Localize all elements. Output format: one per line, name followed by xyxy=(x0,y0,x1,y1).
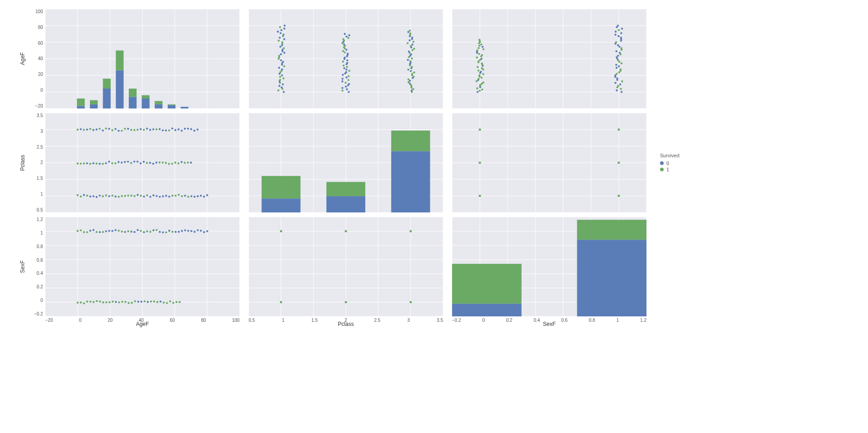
svg-point-513 xyxy=(187,230,189,231)
svg-point-251 xyxy=(614,82,616,84)
svg-point-283 xyxy=(614,33,616,35)
svg-point-569 xyxy=(280,230,282,232)
svg-point-278 xyxy=(615,41,617,43)
svg-point-481 xyxy=(86,231,88,233)
svg-point-372 xyxy=(168,163,170,165)
svg-point-458 xyxy=(479,162,481,164)
svg-point-459 xyxy=(479,128,481,131)
svg-point-397 xyxy=(130,195,132,197)
cell-2-2: −0.200.20.40.60.811.2 xyxy=(452,217,646,316)
svg-point-401 xyxy=(143,196,145,198)
svg-point-378 xyxy=(187,161,189,163)
svg-point-347 xyxy=(89,163,91,165)
svg-point-543 xyxy=(150,301,152,302)
yticks-1: 3.532.521.510.5 xyxy=(29,113,43,212)
svg-point-356 xyxy=(118,161,119,163)
svg-point-315 xyxy=(111,129,113,131)
svg-point-139 xyxy=(344,33,346,35)
svg-point-391 xyxy=(111,194,113,196)
svg-point-526 xyxy=(96,300,98,302)
svg-point-379 xyxy=(190,162,192,164)
svg-point-527 xyxy=(99,301,101,302)
svg-point-541 xyxy=(144,300,146,302)
svg-point-531 xyxy=(112,301,113,302)
svg-point-50 xyxy=(283,91,285,93)
svg-point-214 xyxy=(478,74,480,76)
svg-point-239 xyxy=(478,45,480,47)
svg-point-94 xyxy=(283,24,285,26)
svg-point-85 xyxy=(283,38,285,40)
svg-rect-437 xyxy=(262,176,301,198)
svg-point-344 xyxy=(80,163,81,165)
svg-rect-25 xyxy=(142,95,150,99)
svg-point-494 xyxy=(127,230,129,232)
svg-point-384 xyxy=(89,196,91,198)
svg-point-385 xyxy=(92,195,94,197)
svg-point-421 xyxy=(206,194,208,196)
svg-point-393 xyxy=(118,196,119,198)
svg-point-528 xyxy=(102,301,104,303)
svg-point-548 xyxy=(166,302,168,304)
svg-point-65 xyxy=(281,68,283,70)
svg-point-350 xyxy=(99,163,100,165)
svg-point-141 xyxy=(410,89,412,91)
svg-point-97 xyxy=(346,88,348,90)
svg-point-155 xyxy=(410,70,411,72)
svg-point-534 xyxy=(121,301,123,302)
svg-point-261 xyxy=(616,67,618,69)
svg-point-398 xyxy=(133,195,135,197)
svg-point-84 xyxy=(278,40,279,42)
svg-point-75 xyxy=(280,53,282,55)
svg-point-307 xyxy=(86,128,88,130)
svg-point-252 xyxy=(621,80,623,82)
svg-point-111 xyxy=(348,70,350,71)
svg-point-399 xyxy=(137,194,138,196)
svg-point-162 xyxy=(410,60,411,62)
svg-point-409 xyxy=(168,196,170,198)
svg-point-260 xyxy=(619,68,621,70)
svg-point-163 xyxy=(407,59,409,61)
svg-point-339 xyxy=(187,127,189,129)
legend-label-0: 0 xyxy=(666,160,669,166)
cell-2-1: 0.511.522.533.5 xyxy=(249,217,443,316)
svg-point-551 xyxy=(175,301,177,303)
svg-point-107 xyxy=(348,75,349,77)
svg-point-415 xyxy=(187,196,189,198)
svg-point-217 xyxy=(480,71,481,73)
svg-point-419 xyxy=(200,195,202,197)
svg-point-149 xyxy=(407,78,409,80)
svg-point-321 xyxy=(130,129,132,131)
svg-point-417 xyxy=(193,196,195,198)
svg-point-263 xyxy=(615,64,617,66)
cell-0-0: 100806040200−20 xyxy=(45,9,240,108)
svg-point-246 xyxy=(616,89,618,91)
svg-point-174 xyxy=(411,43,413,45)
svg-point-333 xyxy=(168,129,170,131)
svg-point-373 xyxy=(171,163,173,165)
svg-point-525 xyxy=(93,301,94,303)
svg-point-538 xyxy=(134,300,136,302)
svg-point-125 xyxy=(344,52,345,53)
svg-point-492 xyxy=(121,231,123,232)
svg-point-314 xyxy=(108,128,110,130)
svg-point-274 xyxy=(621,47,623,49)
svg-point-306 xyxy=(83,129,85,131)
svg-point-331 xyxy=(162,129,164,131)
svg-point-383 xyxy=(86,195,88,197)
svg-point-55 xyxy=(282,83,283,85)
svg-point-345 xyxy=(83,162,85,164)
cell-0-2 xyxy=(452,9,646,108)
svg-point-220 xyxy=(481,67,483,69)
svg-point-500 xyxy=(146,231,148,232)
svg-point-201 xyxy=(479,90,481,92)
svg-point-284 xyxy=(620,32,622,34)
svg-point-312 xyxy=(102,129,104,131)
svg-point-238 xyxy=(481,46,483,47)
svg-point-90 xyxy=(277,31,278,33)
svg-point-412 xyxy=(178,194,179,196)
svg-point-215 xyxy=(482,73,484,75)
svg-point-351 xyxy=(102,163,104,165)
svg-point-91 xyxy=(280,29,282,31)
pairplot-grid: AgeF 100806040200−20 Pclass 3.532.521.51… xyxy=(9,9,859,334)
svg-point-95 xyxy=(348,91,349,93)
